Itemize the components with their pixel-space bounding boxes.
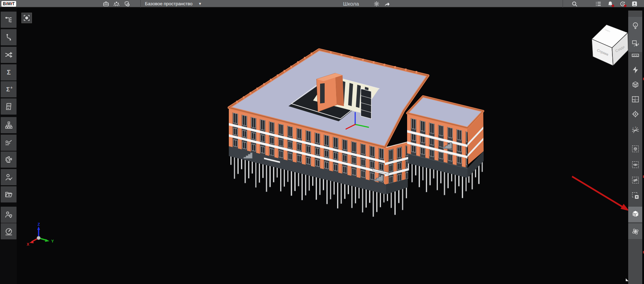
branch-icon (4, 33, 13, 42)
capture-selection-button[interactable] (629, 37, 642, 50)
gizmo-y-label: Y (51, 239, 54, 243)
selection-clear-button[interactable] (629, 189, 642, 202)
gauge-button[interactable] (1, 223, 16, 239)
notification-red-dot (612, 5, 614, 7)
ruler-icon (631, 51, 640, 59)
target-icon (631, 110, 640, 118)
gizmo-x-label: X (27, 242, 29, 246)
waves-chart-button[interactable] (1, 135, 16, 151)
shield-status-icon[interactable] (124, 0, 131, 7)
model-tree-button[interactable] (1, 12, 16, 28)
topbar-divider (140, 0, 141, 8)
app-logo[interactable]: BiMiT (1, 1, 16, 7)
axeslines-icon (631, 126, 640, 135)
boxsection-icon (631, 80, 640, 89)
plugin-puzzle-button[interactable] (1, 151, 16, 168)
top-bar: BiMiT Базовое пространство ▼ Школа 10 (0, 0, 644, 8)
topbar-divider (563, 0, 563, 8)
briefcase-icon[interactable] (102, 0, 109, 7)
axes-lines-button[interactable] (629, 124, 642, 136)
menu-list-icon[interactable] (595, 0, 602, 7)
selection-hide-button[interactable] (629, 174, 642, 186)
solidcube-icon (631, 209, 640, 218)
axis-gizmo: Z Y X (27, 222, 54, 246)
dashclear-icon (631, 191, 640, 200)
history-red-dot (624, 5, 626, 7)
viewport-3d-scene[interactable]: Z Y X (0, 0, 644, 284)
sum-button[interactable] (1, 64, 16, 80)
userpin-icon (4, 210, 13, 219)
building-facade-right (385, 141, 408, 185)
chevron-down-icon[interactable]: ▼ (198, 0, 202, 8)
right-toolbar (628, 11, 642, 284)
red-annotation-arrow (572, 176, 629, 211)
fit-view-button[interactable] (21, 13, 32, 23)
selection-cube-button[interactable] (629, 142, 642, 155)
logo-red-dot (6, 3, 7, 4)
sigmaplus-icon (4, 85, 13, 94)
cube-view-button[interactable] (629, 207, 642, 220)
folder-share-button[interactable] (1, 186, 16, 202)
waves-icon (4, 138, 13, 147)
section-flash-button[interactable] (629, 63, 642, 76)
gauge-icon (4, 227, 13, 236)
sigma-icon (4, 68, 13, 77)
search-icon[interactable] (571, 0, 578, 7)
dasheye-icon (631, 160, 640, 169)
selection-show-button[interactable] (629, 158, 642, 171)
branch-button[interactable] (1, 29, 16, 45)
team-icon[interactable] (113, 0, 120, 7)
flash-icon (631, 65, 640, 74)
dashcube-icon (631, 144, 640, 153)
sheet-2d-button[interactable] (1, 98, 16, 115)
user-check-button[interactable] (1, 169, 16, 185)
box-section-button[interactable] (629, 78, 642, 91)
tree-plan-button[interactable] (629, 19, 642, 32)
sitemap-icon (4, 121, 13, 130)
project-title: Школа (330, 0, 372, 8)
sum-add-button[interactable] (1, 81, 16, 97)
orbit-3d-button[interactable] (629, 225, 642, 238)
logo-red-dot (11, 3, 12, 4)
user-location-button[interactable] (1, 207, 16, 223)
left-toolbar (0, 8, 17, 284)
dasheyeoff-icon (631, 176, 640, 185)
orbit-icon (631, 227, 640, 236)
doc2d-icon (4, 102, 13, 111)
rail-resize-handle[interactable] (626, 278, 629, 281)
ruler-measure-button[interactable] (629, 49, 642, 61)
shuffle-links-button[interactable] (1, 47, 16, 63)
naturetree-icon (631, 21, 640, 30)
capture-icon (631, 39, 640, 48)
floor-plan-button[interactable] (629, 93, 642, 105)
locate-target-button[interactable] (629, 108, 642, 120)
view-cube[interactable]: Сверху Справа Сзади (589, 22, 631, 68)
workspace-selector[interactable]: Базовое пространство (145, 0, 193, 8)
account-user-icon[interactable] (631, 0, 638, 7)
puzzle-icon (4, 155, 13, 164)
share-icon[interactable] (384, 0, 391, 7)
sitemap-button[interactable] (1, 117, 16, 133)
fit-hexagon-icon (23, 14, 31, 22)
gizmo-z-label: Z (38, 222, 40, 226)
usercheck-icon (4, 173, 13, 182)
app-logo-text: BiMiT (3, 1, 15, 6)
modeltree-icon (4, 15, 13, 24)
shuffle-icon (4, 50, 13, 59)
settings-gear-icon[interactable] (373, 0, 380, 7)
floorplan-icon (631, 95, 640, 104)
foldershare-icon (4, 190, 13, 199)
